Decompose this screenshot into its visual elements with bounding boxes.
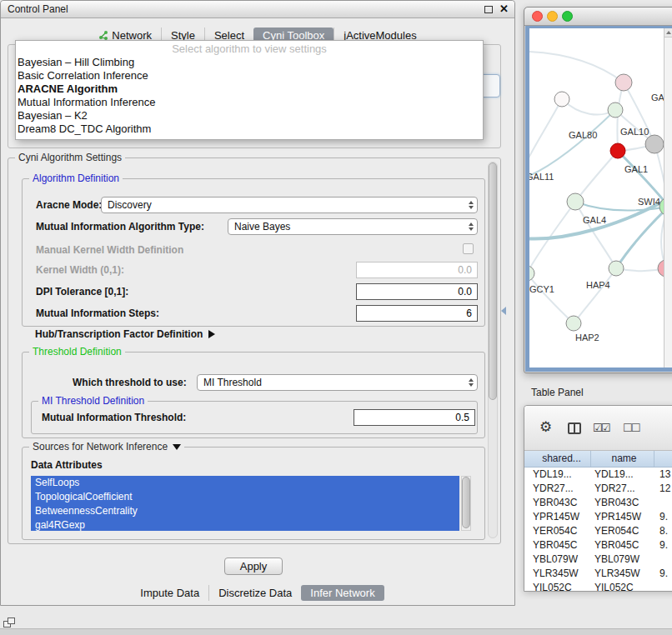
cell: 8. <box>654 524 672 538</box>
kernel-width-label: Kernel Width (0,1): <box>36 264 124 276</box>
node-gal7[interactable] <box>615 74 632 91</box>
cell <box>654 496 672 510</box>
dropdown-item[interactable]: Mutual Information Inference <box>16 96 483 109</box>
table-row[interactable]: YDR27...YDR27...12 <box>524 482 672 496</box>
aracne-mode-select[interactable]: Discovery <box>101 197 478 213</box>
list-item[interactable]: TopologicalCoefficient <box>31 490 459 504</box>
cell: YBR045C <box>524 538 591 552</box>
node-label: GAL80 <box>569 130 597 140</box>
settings-scrollbar[interactable] <box>488 162 498 538</box>
tab-label: Infer Network <box>310 587 374 599</box>
mi-steps-field[interactable]: 6 <box>356 305 478 322</box>
gear-icon[interactable]: ⚙ <box>539 418 552 436</box>
select-all-icon[interactable]: ☑☑ <box>593 422 609 434</box>
control-panel-window: Control Panel ✕ Network Style Select Cyn… <box>0 0 515 606</box>
dropdown-item[interactable]: Bayesian – K2 <box>16 109 483 122</box>
tab-infer-network[interactable]: Infer Network <box>301 585 384 601</box>
table-row[interactable]: YIL052CYIL052C <box>524 581 672 591</box>
hub-definition-label: Hub/Transcription Factor Definition <box>35 328 203 340</box>
column-header-shared-name[interactable]: shared... <box>524 451 591 467</box>
table-row[interactable]: YBR043CYBR043C <box>524 496 672 510</box>
table-toolbar: ⚙ ☑☑ ☐☐ <box>524 406 672 451</box>
group-title: Algorithm Definition <box>29 172 123 184</box>
dropdown-item[interactable]: Dream8 DC_TDC Algorithm <box>16 122 483 136</box>
manual-kernel-width-checkbox[interactable] <box>463 243 474 254</box>
scrollbar-thumb[interactable] <box>489 162 497 400</box>
apply-button[interactable]: Apply <box>224 558 283 575</box>
cell: YDL19... <box>524 468 591 482</box>
table-panel-title: Table Panel <box>531 387 584 398</box>
mi-threshold-field[interactable]: 0.5 <box>354 409 475 426</box>
list-scrollbar[interactable] <box>461 476 471 531</box>
dpi-tolerance-field[interactable]: 0.0 <box>356 283 478 300</box>
aracne-mode-label: Aracne Mode: <box>36 199 102 211</box>
network-window-titlebar[interactable] <box>524 8 672 26</box>
data-attributes-list: SelfLoops TopologicalCoefficient Between… <box>31 476 459 531</box>
hub-definition-expander[interactable]: Hub/Transcription Factor Definition <box>35 328 215 340</box>
group-title: Threshold Definition <box>29 346 125 358</box>
table-row[interactable]: YDL19...YDL19...13 <box>524 468 672 482</box>
minimize-traffic-light[interactable] <box>547 11 558 22</box>
zoom-traffic-light[interactable] <box>562 11 573 22</box>
node[interactable] <box>608 102 623 118</box>
mi-algorithm-type-select[interactable]: Naive Bayes <box>228 218 478 235</box>
window-title: Control Panel <box>8 1 68 18</box>
tab-discretize-data[interactable]: Discretize Data <box>208 585 301 601</box>
network-view-window: GAL7 GAL80 GAL10 GAL11 GAL1 SWI4 GAL4 GC… <box>524 7 672 373</box>
table-row[interactable]: YLR345WYLR345W9. <box>524 567 672 581</box>
node-label: HAP4 <box>586 280 610 290</box>
bottom-panel-edge <box>0 628 672 635</box>
column-header-cut[interactable] <box>654 451 672 467</box>
cell: YBR043C <box>591 496 654 510</box>
selected-value: Discovery <box>102 198 464 212</box>
table-row[interactable]: YBL079WYBL079W <box>524 552 672 567</box>
close-traffic-light[interactable] <box>532 11 543 22</box>
control-panel-titlebar[interactable]: Control Panel ✕ <box>1 1 514 18</box>
node-label: GAL4 <box>583 215 606 225</box>
node-hap2[interactable] <box>566 316 581 331</box>
cell: YBL079W <box>591 552 654 567</box>
combo-arrows-icon <box>464 378 477 387</box>
cell <box>654 552 672 567</box>
cell: YDL19... <box>591 468 654 482</box>
selected-value: MI Threshold <box>198 375 464 390</box>
which-threshold-select[interactable]: MI Threshold <box>197 374 478 391</box>
tab-impute-data[interactable]: Impute Data <box>131 585 208 601</box>
deselect-all-icon[interactable]: ☐☐ <box>623 422 639 434</box>
list-item[interactable]: BetweennessCentrality <box>31 504 459 518</box>
group-title: Sources for Network Inference <box>33 441 168 452</box>
cell: YDR27... <box>524 482 591 496</box>
node-gal4[interactable] <box>567 193 584 210</box>
mi-steps-label: Mutual Information Steps: <box>36 308 159 319</box>
splitter-collapse-arrow[interactable] <box>501 307 506 315</box>
network-scrollbar[interactable] <box>664 28 672 368</box>
close-icon[interactable]: ✕ <box>499 2 509 15</box>
node-label: GAL1 <box>624 164 648 174</box>
node-selected-red[interactable] <box>610 143 625 158</box>
list-item[interactable]: gal4RGexp <box>31 518 459 531</box>
cell: YDR27... <box>591 482 654 496</box>
sources-expander[interactable]: Sources for Network Inference <box>29 441 184 452</box>
node-gcy1[interactable] <box>529 266 534 281</box>
dropdown-item-selected[interactable]: ARACNE Algorithm <box>16 82 483 96</box>
node-gal10[interactable] <box>645 135 664 153</box>
network-canvas[interactable]: GAL7 GAL80 GAL10 GAL11 GAL1 SWI4 GAL4 GC… <box>525 26 672 372</box>
scroll-up-arrow[interactable] <box>664 28 672 38</box>
column-header-name[interactable]: name <box>591 451 654 467</box>
float-window-icon[interactable] <box>484 6 493 13</box>
dropdown-item[interactable]: Bayesian – Hill Climbing <box>16 56 483 69</box>
table-row[interactable]: YBR045CYBR045C9. <box>524 538 672 552</box>
node-hap4[interactable] <box>609 261 624 276</box>
node-label: GAL11 <box>529 172 554 182</box>
scrollbar-thumb[interactable] <box>462 477 470 528</box>
cell <box>654 581 672 591</box>
node[interactable] <box>554 92 569 107</box>
table-row[interactable]: YPR145WYPR145W9. <box>524 510 672 524</box>
dropdown-item[interactable]: Basic Correlation Inference <box>16 69 483 82</box>
table-row[interactable]: YER054CYER054C8. <box>524 524 672 538</box>
kernel-width-field[interactable]: 0.0 <box>356 262 478 278</box>
column-settings-icon[interactable] <box>568 422 581 434</box>
expand-arrow-icon <box>208 330 215 338</box>
list-item[interactable]: SelfLoops <box>31 476 459 490</box>
cell: YIL052C <box>591 581 654 591</box>
